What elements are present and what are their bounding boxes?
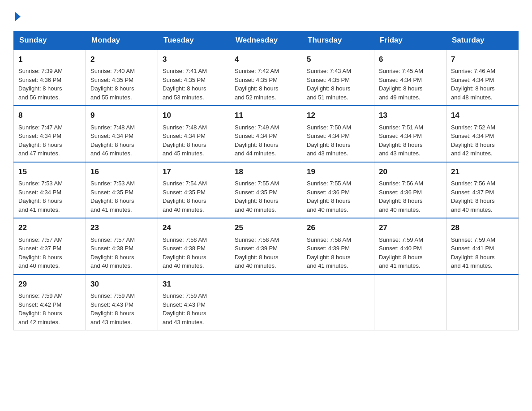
calendar-cell: 4 Sunrise: 7:42 AMSunset: 4:35 PMDayligh… xyxy=(230,50,302,106)
day-number: 18 xyxy=(235,166,297,178)
day-number: 16 xyxy=(90,166,153,178)
calendar-cell: 16 Sunrise: 7:53 AMSunset: 4:35 PMDaylig… xyxy=(86,162,158,218)
calendar-cell: 14 Sunrise: 7:52 AMSunset: 4:34 PMDaylig… xyxy=(446,106,519,162)
day-number: 3 xyxy=(163,54,225,65)
calendar-week-2: 8 Sunrise: 7:47 AMSunset: 4:34 PMDayligh… xyxy=(14,106,519,162)
calendar-cell: 31 Sunrise: 7:59 AMSunset: 4:43 PMDaylig… xyxy=(158,274,230,330)
day-info: Sunrise: 7:58 AMSunset: 4:39 PMDaylight:… xyxy=(235,236,279,270)
day-number: 11 xyxy=(235,110,297,121)
day-info: Sunrise: 7:59 AMSunset: 4:40 PMDaylight:… xyxy=(379,236,423,270)
calendar-week-4: 22 Sunrise: 7:57 AMSunset: 4:37 PMDaylig… xyxy=(14,218,519,274)
day-info: Sunrise: 7:43 AMSunset: 4:35 PMDaylight:… xyxy=(307,68,351,101)
header-monday: Monday xyxy=(86,31,158,50)
day-info: Sunrise: 7:57 AMSunset: 4:38 PMDaylight:… xyxy=(90,236,135,270)
calendar-cell: 17 Sunrise: 7:54 AMSunset: 4:35 PMDaylig… xyxy=(158,162,230,218)
day-number: 13 xyxy=(379,110,442,121)
day-number: 21 xyxy=(451,166,514,178)
day-info: Sunrise: 7:59 AMSunset: 4:42 PMDaylight:… xyxy=(18,292,63,325)
day-info: Sunrise: 7:56 AMSunset: 4:37 PMDaylight:… xyxy=(451,180,495,213)
calendar-cell xyxy=(446,274,519,330)
calendar-cell: 29 Sunrise: 7:59 AMSunset: 4:42 PMDaylig… xyxy=(14,274,86,330)
calendar-cell xyxy=(374,274,446,330)
calendar-cell: 13 Sunrise: 7:51 AMSunset: 4:34 PMDaylig… xyxy=(374,106,446,162)
day-info: Sunrise: 7:53 AMSunset: 4:35 PMDaylight:… xyxy=(90,180,135,213)
day-info: Sunrise: 7:51 AMSunset: 4:34 PMDaylight:… xyxy=(379,124,423,157)
calendar-cell: 12 Sunrise: 7:50 AMSunset: 4:34 PMDaylig… xyxy=(302,106,374,162)
day-info: Sunrise: 7:50 AMSunset: 4:34 PMDaylight:… xyxy=(307,124,351,157)
header-row: Sunday Monday Tuesday Wednesday Thursday… xyxy=(14,31,519,50)
calendar-cell: 11 Sunrise: 7:49 AMSunset: 4:34 PMDaylig… xyxy=(230,106,302,162)
day-info: Sunrise: 7:53 AMSunset: 4:34 PMDaylight:… xyxy=(18,180,63,213)
day-number: 12 xyxy=(307,110,369,121)
page-header xyxy=(13,9,519,22)
calendar-cell: 28 Sunrise: 7:59 AMSunset: 4:41 PMDaylig… xyxy=(446,218,519,274)
day-info: Sunrise: 7:39 AMSunset: 4:36 PMDaylight:… xyxy=(18,68,63,101)
calendar-week-5: 29 Sunrise: 7:59 AMSunset: 4:42 PMDaylig… xyxy=(14,274,519,330)
calendar-cell: 9 Sunrise: 7:48 AMSunset: 4:34 PMDayligh… xyxy=(86,106,158,162)
logo-general-line xyxy=(13,9,21,22)
day-info: Sunrise: 7:59 AMSunset: 4:43 PMDaylight:… xyxy=(163,292,207,325)
day-number: 2 xyxy=(90,54,153,65)
header-friday: Friday xyxy=(374,31,446,50)
calendar-week-3: 15 Sunrise: 7:53 AMSunset: 4:34 PMDaylig… xyxy=(14,162,519,218)
day-info: Sunrise: 7:45 AMSunset: 4:34 PMDaylight:… xyxy=(379,68,423,101)
day-info: Sunrise: 7:57 AMSunset: 4:37 PMDaylight:… xyxy=(18,236,63,270)
day-number: 31 xyxy=(163,278,225,290)
day-number: 10 xyxy=(163,110,225,121)
day-info: Sunrise: 7:58 AMSunset: 4:38 PMDaylight:… xyxy=(163,236,207,270)
day-number: 1 xyxy=(18,54,81,65)
day-number: 30 xyxy=(90,278,153,290)
calendar-cell: 23 Sunrise: 7:57 AMSunset: 4:38 PMDaylig… xyxy=(86,218,158,274)
calendar-cell: 18 Sunrise: 7:55 AMSunset: 4:35 PMDaylig… xyxy=(230,162,302,218)
calendar-cell: 7 Sunrise: 7:46 AMSunset: 4:34 PMDayligh… xyxy=(446,50,519,106)
calendar-cell: 5 Sunrise: 7:43 AMSunset: 4:35 PMDayligh… xyxy=(302,50,374,106)
calendar-cell xyxy=(230,274,302,330)
calendar-cell: 19 Sunrise: 7:55 AMSunset: 4:36 PMDaylig… xyxy=(302,162,374,218)
day-info: Sunrise: 7:55 AMSunset: 4:35 PMDaylight:… xyxy=(235,180,279,213)
header-sunday: Sunday xyxy=(14,31,86,50)
day-info: Sunrise: 7:59 AMSunset: 4:41 PMDaylight:… xyxy=(451,236,495,270)
calendar-cell: 10 Sunrise: 7:48 AMSunset: 4:34 PMDaylig… xyxy=(158,106,230,162)
calendar-cell: 3 Sunrise: 7:41 AMSunset: 4:35 PMDayligh… xyxy=(158,50,230,106)
day-number: 9 xyxy=(90,110,153,121)
calendar-cell: 20 Sunrise: 7:56 AMSunset: 4:36 PMDaylig… xyxy=(374,162,446,218)
calendar-cell: 1 Sunrise: 7:39 AMSunset: 4:36 PMDayligh… xyxy=(14,50,86,106)
day-number: 26 xyxy=(307,222,369,234)
calendar-table: Sunday Monday Tuesday Wednesday Thursday… xyxy=(13,31,519,331)
day-info: Sunrise: 7:55 AMSunset: 4:36 PMDaylight:… xyxy=(307,180,351,213)
day-number: 5 xyxy=(307,54,369,65)
calendar-week-1: 1 Sunrise: 7:39 AMSunset: 4:36 PMDayligh… xyxy=(14,50,519,106)
calendar-cell: 15 Sunrise: 7:53 AMSunset: 4:34 PMDaylig… xyxy=(14,162,86,218)
calendar-cell xyxy=(302,274,374,330)
day-info: Sunrise: 7:47 AMSunset: 4:34 PMDaylight:… xyxy=(18,124,63,157)
day-number: 6 xyxy=(379,54,442,65)
calendar-cell: 21 Sunrise: 7:56 AMSunset: 4:37 PMDaylig… xyxy=(446,162,519,218)
calendar-cell: 26 Sunrise: 7:58 AMSunset: 4:39 PMDaylig… xyxy=(302,218,374,274)
calendar-cell: 27 Sunrise: 7:59 AMSunset: 4:40 PMDaylig… xyxy=(374,218,446,274)
day-info: Sunrise: 7:42 AMSunset: 4:35 PMDaylight:… xyxy=(235,68,279,101)
calendar-cell: 24 Sunrise: 7:58 AMSunset: 4:38 PMDaylig… xyxy=(158,218,230,274)
day-number: 4 xyxy=(235,54,297,65)
logo-arrow-icon xyxy=(15,12,21,21)
logo xyxy=(13,9,21,22)
day-number: 15 xyxy=(18,166,81,178)
day-info: Sunrise: 7:48 AMSunset: 4:34 PMDaylight:… xyxy=(163,124,207,157)
day-info: Sunrise: 7:52 AMSunset: 4:34 PMDaylight:… xyxy=(451,124,495,157)
header-thursday: Thursday xyxy=(302,31,374,50)
day-number: 23 xyxy=(90,222,153,234)
day-number: 7 xyxy=(451,54,514,65)
day-number: 22 xyxy=(18,222,81,234)
day-number: 28 xyxy=(451,222,514,234)
day-number: 27 xyxy=(379,222,442,234)
day-number: 25 xyxy=(235,222,297,234)
calendar-cell: 8 Sunrise: 7:47 AMSunset: 4:34 PMDayligh… xyxy=(14,106,86,162)
day-info: Sunrise: 7:58 AMSunset: 4:39 PMDaylight:… xyxy=(307,236,351,270)
day-info: Sunrise: 7:59 AMSunset: 4:43 PMDaylight:… xyxy=(90,292,135,325)
header-saturday: Saturday xyxy=(446,31,519,50)
day-number: 20 xyxy=(379,166,442,178)
day-number: 29 xyxy=(18,278,81,290)
header-wednesday: Wednesday xyxy=(230,31,302,50)
day-info: Sunrise: 7:56 AMSunset: 4:36 PMDaylight:… xyxy=(379,180,423,213)
calendar-cell: 6 Sunrise: 7:45 AMSunset: 4:34 PMDayligh… xyxy=(374,50,446,106)
day-number: 19 xyxy=(307,166,369,178)
